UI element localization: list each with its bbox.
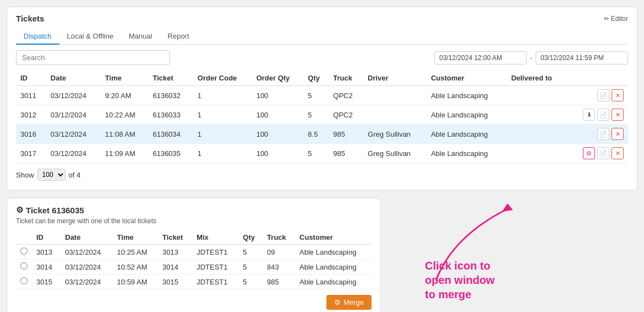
table-cell: QPC2	[329, 105, 363, 125]
table-cell	[363, 105, 427, 125]
table-cell	[507, 144, 567, 163]
table-cell: Greg Sullivan	[363, 144, 427, 163]
merge-col-ticket: Ticket	[158, 230, 192, 245]
table-cell: Able Landscaping	[427, 144, 507, 163]
merge-table-cell: 3014	[32, 260, 61, 275]
col-delivered-to: Delivered to	[507, 71, 567, 86]
table-cell: 100	[252, 144, 304, 163]
tab-report[interactable]: Report	[160, 29, 197, 45]
merge-btn-icon: ⚙	[334, 298, 341, 306]
close-icon-btn[interactable]: ✕	[612, 147, 624, 159]
action-cell: ⚙📄✕	[567, 144, 628, 163]
col-truck: Truck	[329, 71, 363, 86]
close-icon-btn[interactable]: ✕	[612, 128, 624, 140]
merge-button[interactable]: ⚙ Merge	[326, 295, 372, 310]
merge-title-icon: ⚙	[16, 205, 23, 215]
action-cell: 📄✕	[567, 125, 628, 144]
close-icon-btn[interactable]: ✕	[612, 89, 624, 101]
merge-col-id: ID	[32, 230, 61, 245]
action-cell: ⬇📄✕	[567, 105, 628, 125]
merge-table-cell: 5	[238, 275, 263, 289]
table-cell: 6136034	[148, 125, 193, 144]
search-input[interactable]	[16, 50, 170, 65]
merge-table-cell: 3015	[158, 275, 192, 289]
merge-btn-label: Merge	[343, 298, 364, 306]
table-cell: 1	[193, 105, 252, 125]
tab-dispatch[interactable]: Dispatch	[16, 29, 59, 45]
download-icon-btn[interactable]: ⬇	[583, 109, 595, 121]
table-cell: Greg Sullivan	[363, 125, 427, 144]
table-cell: 6136033	[148, 105, 193, 125]
table-cell	[507, 105, 567, 125]
table-cell: 3016	[16, 125, 46, 144]
col-customer: Customer	[427, 71, 507, 86]
merge-col-customer: Customer	[295, 230, 372, 245]
table-cell: 6136032	[148, 86, 193, 105]
radio-cell	[16, 245, 32, 260]
table-row: 301103/12/20249:20 AM613603211005QPC2Abl…	[16, 86, 628, 105]
date-from-input[interactable]	[434, 51, 527, 64]
radio-cell	[16, 275, 32, 289]
merge-table-cell: 3013	[32, 245, 61, 260]
merge-col-qty: Qty	[238, 230, 263, 245]
merge-table-cell: 5	[238, 260, 263, 275]
document-icon-btn[interactable]: 📄	[597, 147, 609, 159]
merge-panel: ⚙ Ticket 6136035 Ticket can be merge wit…	[7, 198, 381, 312]
table-row: 301703/12/202411:09 AM613603511005985Gre…	[16, 144, 628, 163]
pencil-icon: ✏	[604, 15, 609, 23]
merge-icon-btn[interactable]: ⚙	[583, 147, 595, 159]
merge-table-row: 301403/12/202410:52 AM3014JDTEST15843Abl…	[16, 260, 372, 275]
annotation-text: Click icon to open window to merge	[425, 259, 495, 302]
table-cell: 1	[193, 125, 252, 144]
merge-table-cell: 10:25 AM	[113, 245, 159, 260]
table-cell: 100	[252, 105, 304, 125]
tab-local-offline[interactable]: Local & Offline	[59, 29, 121, 45]
row-radio[interactable]	[20, 262, 28, 270]
merge-col-mix: Mix	[192, 230, 238, 245]
tickets-panel: Tickets ✏ Editor Dispatch Local & Offlin…	[7, 7, 637, 190]
merge-table-cell: Able Landscaping	[295, 245, 372, 260]
merge-table-cell: 03/12/2024	[61, 260, 112, 275]
row-radio[interactable]	[20, 277, 28, 284]
col-qty: Qty	[303, 71, 329, 86]
merge-table-cell: 3014	[158, 260, 192, 275]
panel-title: Tickets	[16, 14, 44, 23]
row-radio[interactable]	[20, 248, 28, 255]
document-icon-btn[interactable]: 📄	[597, 109, 609, 121]
tab-bar: Dispatch Local & Offline Manual Report	[16, 29, 628, 45]
editor-link[interactable]: ✏ Editor	[604, 15, 628, 23]
tickets-table: ID Date Time Ticket Order Code Order Qty…	[16, 71, 628, 163]
action-cell: 📄✕	[567, 86, 628, 105]
toolbar-row: -	[16, 50, 628, 65]
show-label: Show	[16, 171, 34, 179]
table-cell	[507, 86, 567, 105]
merge-table-cell: 10:52 AM	[113, 260, 159, 275]
document-icon-btn[interactable]: 📄	[597, 128, 609, 140]
merge-table-cell: JDTEST1	[192, 245, 238, 260]
date-range: -	[434, 51, 628, 64]
tab-manual[interactable]: Manual	[121, 29, 160, 45]
merge-table-row: 301503/12/202410:59 AM3015JDTEST15985Abl…	[16, 275, 372, 289]
col-time: Time	[101, 71, 149, 86]
merge-table-cell: 03/12/2024	[61, 245, 112, 260]
col-order-qty: Order Qty	[252, 71, 304, 86]
merge-table-cell: 03/12/2024	[61, 275, 112, 289]
table-cell: 1	[193, 144, 252, 163]
merge-table-cell: 5	[238, 245, 263, 260]
show-select[interactable]: 100 25 50	[37, 169, 66, 181]
merge-table-cell: 3013	[158, 245, 192, 260]
table-cell: Able Landscaping	[427, 125, 507, 144]
table-cell: 10:22 AM	[101, 105, 149, 125]
document-icon-btn[interactable]: 📄	[597, 89, 609, 101]
pagination-row: Show 100 25 50 of 4	[16, 169, 628, 181]
table-cell: QPC2	[329, 86, 363, 105]
table-cell: 1	[193, 86, 252, 105]
date-to-input[interactable]	[536, 51, 628, 64]
col-id: ID	[16, 71, 46, 86]
merge-table-cell: 09	[263, 245, 295, 260]
close-icon-btn[interactable]: ✕	[612, 109, 624, 121]
table-cell: 3017	[16, 144, 46, 163]
table-cell: 9:20 AM	[101, 86, 149, 105]
merge-table-cell: 843	[263, 260, 295, 275]
table-cell: 03/12/2024	[46, 144, 101, 163]
